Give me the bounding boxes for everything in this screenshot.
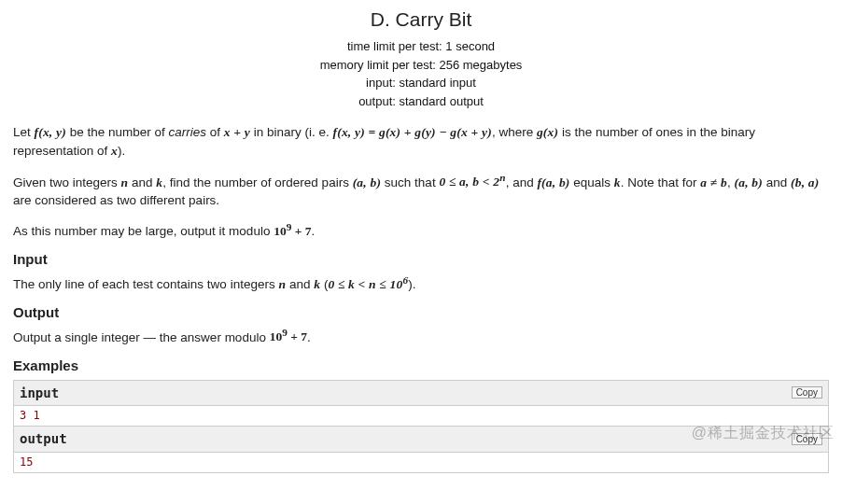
output-label: output [20, 429, 67, 448]
example-input-content: 3 1 [14, 406, 828, 426]
statement-p3: As this number may be large, output it m… [13, 218, 829, 240]
copy-output-button[interactable]: Copy [792, 433, 822, 445]
memory-limit: memory limit per test: 256 megabytes [13, 56, 829, 75]
example-input-block: input Copy 3 1 [13, 380, 829, 427]
examples-heading: Examples [13, 356, 829, 376]
input-text: The only line of each test contains two … [13, 272, 829, 293]
copy-input-button[interactable]: Copy [792, 386, 822, 399]
input-file: input: standard input [13, 74, 829, 92]
time-limit: time limit per test: 1 second [13, 37, 829, 56]
problem-statement: Let f(x, y) be the number of carries of … [13, 123, 829, 473]
problem-meta: time limit per test: 1 second memory lim… [13, 37, 829, 110]
input-label: input [20, 384, 59, 402]
example-output-content: 15 [14, 453, 828, 472]
statement-p1: Let f(x, y) be the number of carries of … [13, 123, 829, 160]
output-file: output: standard output [13, 92, 829, 111]
sample-test: input Copy 3 1 output Copy 15 [13, 380, 829, 473]
input-heading: Input [13, 249, 829, 270]
output-heading: Output [13, 302, 829, 323]
statement-p2: Given two integers n and k, find the num… [13, 170, 829, 210]
example-output-block: output Copy 15 [13, 427, 829, 473]
output-text: Output a single integer — the answer mod… [13, 325, 829, 346]
problem-title: D. Carry Bit [13, 6, 829, 34]
